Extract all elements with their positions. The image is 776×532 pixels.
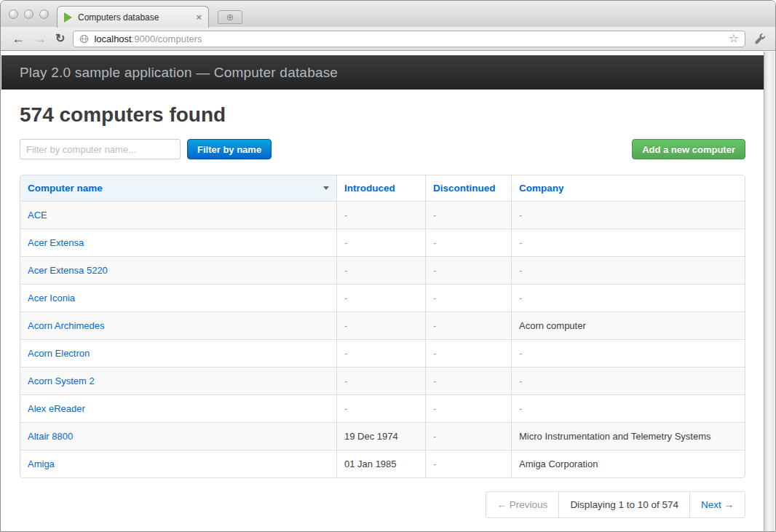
- discontinued-cell: -: [425, 229, 511, 256]
- filter-input[interactable]: [20, 139, 181, 159]
- introduced-cell: -: [336, 201, 425, 229]
- company-cell: -: [511, 201, 745, 229]
- app-title: Play 2.0 sample application — Computer d…: [20, 65, 338, 81]
- main-container: 574 computers found Filter by name Add a…: [1, 103, 764, 518]
- computer-link[interactable]: ACE: [28, 210, 47, 221]
- window-controls: [9, 9, 49, 19]
- tab-title: Computers database: [78, 12, 196, 23]
- computer-name-cell: Acer Iconia: [20, 284, 336, 311]
- table-row: Acer Extensa - - -: [20, 229, 745, 256]
- column-header-discontinued[interactable]: Discontinued: [425, 175, 511, 201]
- company-cell: Acorn computer: [511, 311, 745, 339]
- computer-link[interactable]: Acer Extensa 5220: [28, 265, 108, 276]
- column-label: Computer name: [28, 183, 103, 194]
- address-bar[interactable]: localhost:9000/computers ☆: [73, 31, 745, 47]
- discontinued-cell: -: [425, 256, 511, 284]
- pagination-info: Displaying 1 to 10 of 574: [558, 492, 689, 517]
- discontinued-cell: -: [425, 201, 511, 229]
- computer-name-cell: Amiga: [20, 450, 336, 477]
- introduced-cell: -: [336, 339, 425, 367]
- introduced-cell: 01 Jan 1985: [336, 450, 425, 477]
- company-cell: -: [511, 256, 745, 284]
- table-row: Alex eReader - - -: [20, 394, 745, 422]
- table-header-row: Computer name Introduced Discontinued Co…: [20, 175, 745, 201]
- globe-icon: [79, 34, 89, 44]
- close-window-button[interactable]: [9, 9, 18, 19]
- computer-name-cell: ACE: [20, 201, 336, 229]
- next-page-button[interactable]: Next →: [689, 492, 745, 517]
- computer-link[interactable]: Altair 8800: [28, 431, 73, 442]
- url-path: :9000/computers: [132, 33, 202, 44]
- table-row: Acer Iconia - - -: [20, 284, 745, 311]
- discontinued-cell: -: [425, 422, 511, 450]
- page-content: Play 2.0 sample application — Computer d…: [1, 52, 764, 531]
- window-titlebar: Computers database × ⊕: [1, 1, 775, 27]
- computer-name-cell: Acer Extensa: [20, 229, 336, 256]
- column-header-company[interactable]: Company: [511, 175, 745, 201]
- sort-caret-icon: [323, 186, 329, 190]
- introduced-cell: -: [336, 394, 425, 422]
- computer-link[interactable]: Acer Extensa: [28, 237, 84, 248]
- column-header-computer-name[interactable]: Computer name: [20, 175, 336, 201]
- company-cell: -: [511, 284, 745, 311]
- pagination: ← Previous Displaying 1 to 10 of 574 Nex…: [20, 491, 745, 518]
- discontinued-cell: -: [425, 394, 511, 422]
- column-header-introduced[interactable]: Introduced: [336, 175, 425, 201]
- browser-toolbar: ← → ↻ localhost:9000/computers ☆: [1, 27, 775, 51]
- introduced-cell: -: [336, 311, 425, 339]
- computer-link[interactable]: Acorn Archimedes: [28, 320, 105, 331]
- browser-window: Computers database × ⊕ ← → ↻ localhost:9…: [0, 0, 776, 532]
- computer-link[interactable]: Amiga: [28, 458, 55, 469]
- computer-name-cell: Acorn System 2: [20, 367, 336, 394]
- table-row: Acer Extensa 5220 - - -: [20, 256, 745, 284]
- discontinued-cell: -: [425, 311, 511, 339]
- computer-name-cell: Acorn Electron: [20, 339, 336, 367]
- minimize-window-button[interactable]: [24, 9, 33, 19]
- introduced-cell: -: [336, 256, 425, 284]
- table-row: Altair 8800 19 Dec 1974 - Micro Instrume…: [20, 422, 745, 450]
- filter-button[interactable]: Filter by name: [187, 139, 272, 159]
- browser-tab[interactable]: Computers database ×: [57, 6, 209, 28]
- reload-icon[interactable]: ↻: [51, 33, 69, 44]
- introduced-cell: 19 Dec 1974: [336, 422, 425, 450]
- company-cell: -: [511, 394, 745, 422]
- add-computer-button[interactable]: Add a new computer: [632, 139, 745, 159]
- computer-link[interactable]: Acorn System 2: [28, 376, 95, 386]
- computer-name-cell: Acorn Archimedes: [20, 311, 336, 339]
- discontinued-cell: -: [425, 284, 511, 311]
- computers-table: Computer name Introduced Discontinued Co…: [20, 175, 745, 478]
- new-tab-button[interactable]: ⊕: [218, 10, 242, 24]
- tab-close-icon[interactable]: ×: [196, 12, 202, 23]
- introduced-cell: -: [336, 229, 425, 256]
- table-row: ACE - - -: [20, 201, 745, 229]
- computer-name-cell: Alex eReader: [20, 394, 336, 422]
- zoom-window-button[interactable]: [39, 9, 49, 19]
- back-icon[interactable]: ←: [7, 32, 29, 45]
- company-cell: Micro Instrumentation and Telemetry Syst…: [511, 422, 745, 450]
- previous-page-button[interactable]: ← Previous: [486, 492, 559, 517]
- discontinued-cell: -: [425, 339, 511, 367]
- page-title: 574 computers found: [20, 103, 745, 127]
- computer-name-cell: Acer Extensa 5220: [20, 256, 336, 284]
- forward-icon[interactable]: →: [29, 32, 51, 45]
- introduced-cell: -: [336, 284, 425, 311]
- computer-link[interactable]: Acorn Electron: [28, 348, 90, 359]
- computer-name-cell: Altair 8800: [20, 422, 336, 450]
- wrench-menu-icon[interactable]: [751, 33, 769, 45]
- discontinued-cell: -: [425, 450, 511, 477]
- company-cell: -: [511, 367, 745, 394]
- computer-link[interactable]: Acer Iconia: [28, 293, 75, 303]
- url-host: localhost: [94, 33, 131, 44]
- scrollbar[interactable]: [764, 52, 775, 531]
- company-cell: -: [511, 229, 745, 256]
- discontinued-cell: -: [425, 367, 511, 394]
- company-cell: Amiga Corporation: [511, 450, 745, 477]
- table-row: Acorn Archimedes - - Acorn computer: [20, 311, 745, 339]
- company-cell: -: [511, 339, 745, 367]
- computer-link[interactable]: Alex eReader: [28, 403, 85, 414]
- table-row: Acorn System 2 - - -: [20, 367, 745, 394]
- introduced-cell: -: [336, 367, 425, 394]
- table-row: Amiga 01 Jan 1985 - Amiga Corporation: [20, 450, 745, 477]
- bookmark-star-icon[interactable]: ☆: [729, 33, 739, 44]
- pagination-group: ← Previous Displaying 1 to 10 of 574 Nex…: [486, 491, 745, 518]
